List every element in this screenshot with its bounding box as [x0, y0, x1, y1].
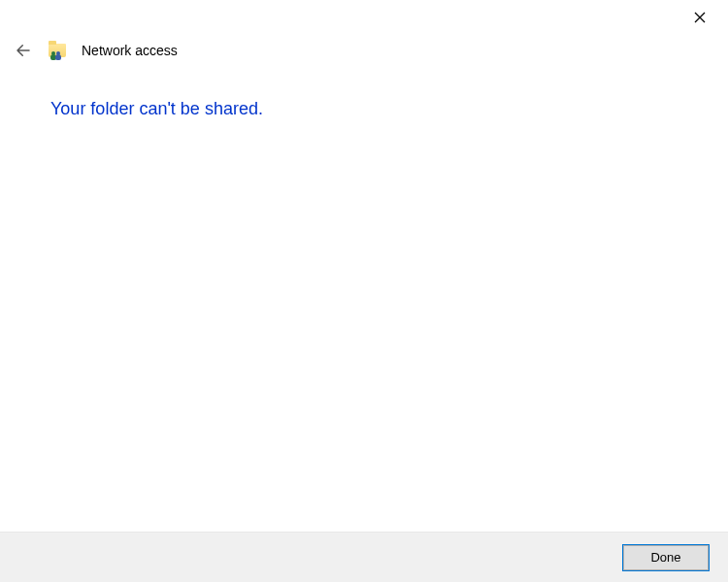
- dialog-title: Network access: [82, 43, 178, 58]
- back-arrow-icon: [15, 42, 32, 59]
- dialog-content: Your folder can't be shared.: [0, 70, 728, 148]
- dialog-footer: Done: [0, 532, 728, 582]
- close-button[interactable]: [685, 6, 714, 29]
- back-button[interactable]: [12, 39, 35, 62]
- titlebar: [0, 0, 728, 31]
- dialog-header: Network access: [0, 31, 728, 70]
- error-message: Your folder can't be shared.: [50, 99, 678, 119]
- close-icon: [694, 12, 706, 23]
- done-button[interactable]: Done: [623, 545, 709, 570]
- network-share-folder-icon: [49, 42, 68, 59]
